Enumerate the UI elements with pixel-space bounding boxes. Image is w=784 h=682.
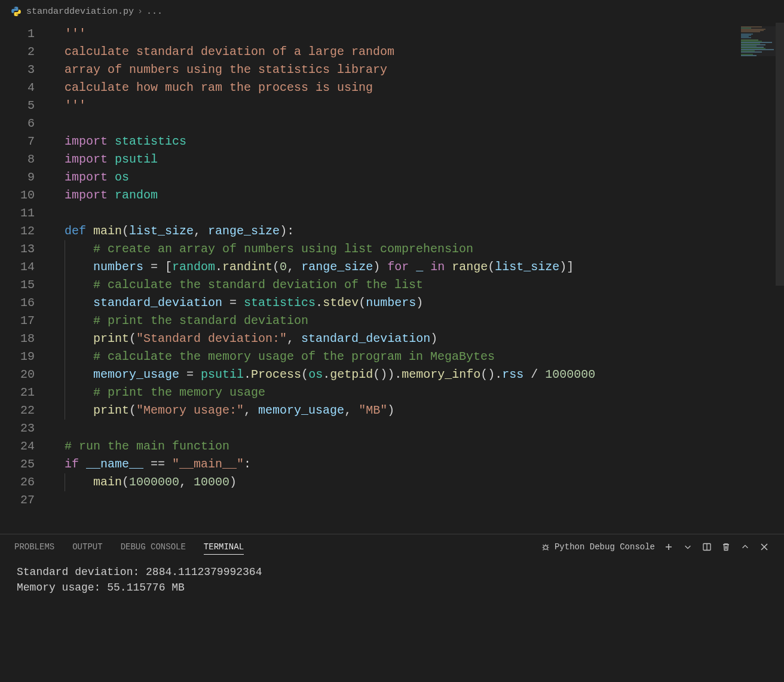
line-number: 8 <box>0 151 49 169</box>
line-number: 24 <box>0 438 49 455</box>
line-number: 9 <box>0 169 49 186</box>
breadcrumb-rest[interactable]: ... <box>146 7 163 17</box>
terminal-profile-label: Python Debug Console <box>555 542 655 552</box>
line-number: 23 <box>0 420 49 438</box>
code-line[interactable]: calculate standard deviation of a large … <box>49 43 784 61</box>
chevron-down-icon[interactable] <box>682 542 693 552</box>
trash-icon[interactable] <box>721 542 731 552</box>
line-number: 2 <box>0 43 49 61</box>
code-line[interactable]: ''' <box>49 97 784 115</box>
code-line[interactable]: print("Standard deviation:", standard_de… <box>49 330 784 348</box>
code-line[interactable]: def main(list_size, range_size): <box>49 222 784 240</box>
line-number: 1 <box>0 25 49 43</box>
code-line[interactable]: print("Memory usage:", memory_usage, "MB… <box>49 402 784 420</box>
line-number: 3 <box>0 61 49 79</box>
minimap[interactable] <box>741 26 776 56</box>
code-line[interactable]: import os <box>49 169 784 186</box>
code-line[interactable]: import statistics <box>49 133 784 151</box>
line-number: 17 <box>0 312 49 330</box>
code-line[interactable]: import psutil <box>49 151 784 169</box>
line-number: 5 <box>0 97 49 115</box>
terminal-profile-selector[interactable]: Python Debug Console <box>540 542 655 552</box>
editor[interactable]: 1234567891011121314151617181920212223242… <box>0 23 784 534</box>
line-number: 16 <box>0 294 49 312</box>
line-number: 21 <box>0 384 49 402</box>
bug-icon <box>540 542 551 552</box>
tab-debug-console[interactable]: DEBUG CONSOLE <box>121 540 186 554</box>
tab-problems[interactable]: PROBLEMS <box>14 540 54 554</box>
add-terminal-icon[interactable] <box>663 542 674 552</box>
chevron-up-icon[interactable] <box>740 542 751 552</box>
line-number: 22 <box>0 402 49 420</box>
tab-terminal[interactable]: TERMINAL <box>204 540 244 555</box>
code-line[interactable]: standard_deviation = statistics.stdev(nu… <box>49 294 784 312</box>
line-number: 7 <box>0 133 49 151</box>
code-line[interactable] <box>49 491 784 509</box>
code-line[interactable]: ''' <box>49 25 784 43</box>
line-number: 10 <box>0 186 49 204</box>
line-number: 6 <box>0 115 49 133</box>
panel-tab-bar: PROBLEMS OUTPUT DEBUG CONSOLE TERMINAL P… <box>0 534 784 559</box>
line-number: 25 <box>0 455 49 473</box>
line-number: 13 <box>0 240 49 258</box>
scrollbar-thumb[interactable] <box>776 23 784 286</box>
line-number: 14 <box>0 258 49 276</box>
line-number: 19 <box>0 348 49 366</box>
breadcrumb-filename[interactable]: standarddeviation.py <box>26 7 134 17</box>
code-line[interactable] <box>49 420 784 438</box>
tab-output[interactable]: OUTPUT <box>72 540 102 554</box>
close-icon[interactable] <box>759 542 770 552</box>
code-line[interactable]: if __name__ == "__main__": <box>49 455 784 473</box>
code-area[interactable]: '''calculate standard deviation of a lar… <box>49 23 784 534</box>
indent-guide <box>65 473 65 491</box>
code-line[interactable]: # print the standard deviation <box>49 312 784 330</box>
code-line[interactable]: calculate how much ram the process is us… <box>49 79 784 97</box>
line-number: 20 <box>0 366 49 384</box>
code-line[interactable]: # run the main function <box>49 438 784 455</box>
svg-point-0 <box>544 546 547 549</box>
code-line[interactable]: main(1000000, 10000) <box>49 473 784 491</box>
code-line[interactable] <box>49 115 784 133</box>
line-number: 26 <box>0 473 49 491</box>
split-terminal-icon[interactable] <box>702 542 712 552</box>
code-line[interactable]: import random <box>49 186 784 204</box>
breadcrumb-separator-icon: › <box>137 7 143 17</box>
code-line[interactable]: memory_usage = psutil.Process(os.getpid(… <box>49 366 784 384</box>
line-number: 18 <box>0 330 49 348</box>
python-file-icon <box>11 6 22 17</box>
code-line[interactable]: # calculate the memory usage of the prog… <box>49 348 784 366</box>
code-line[interactable]: # create an array of numbers using list … <box>49 240 784 258</box>
editor-scrollbar[interactable] <box>776 23 784 534</box>
code-line[interactable]: numbers = [random.randint(0, range_size)… <box>49 258 784 276</box>
bottom-panel: PROBLEMS OUTPUT DEBUG CONSOLE TERMINAL P… <box>0 534 784 682</box>
line-number: 12 <box>0 222 49 240</box>
terminal-output[interactable]: Standard deviation: 2884.1112379992364 M… <box>0 559 784 682</box>
line-number: 15 <box>0 276 49 294</box>
line-number: 27 <box>0 491 49 509</box>
breadcrumb[interactable]: standarddeviation.py › ... <box>0 0 784 23</box>
code-line[interactable]: array of numbers using the statistics li… <box>49 61 784 79</box>
code-line[interactable] <box>49 204 784 222</box>
code-line[interactable]: # print the memory usage <box>49 384 784 402</box>
line-number-gutter: 1234567891011121314151617181920212223242… <box>0 23 49 534</box>
line-number: 4 <box>0 79 49 97</box>
indent-guide <box>65 240 65 420</box>
line-number: 11 <box>0 204 49 222</box>
code-line[interactable]: # calculate the standard deviation of th… <box>49 276 784 294</box>
